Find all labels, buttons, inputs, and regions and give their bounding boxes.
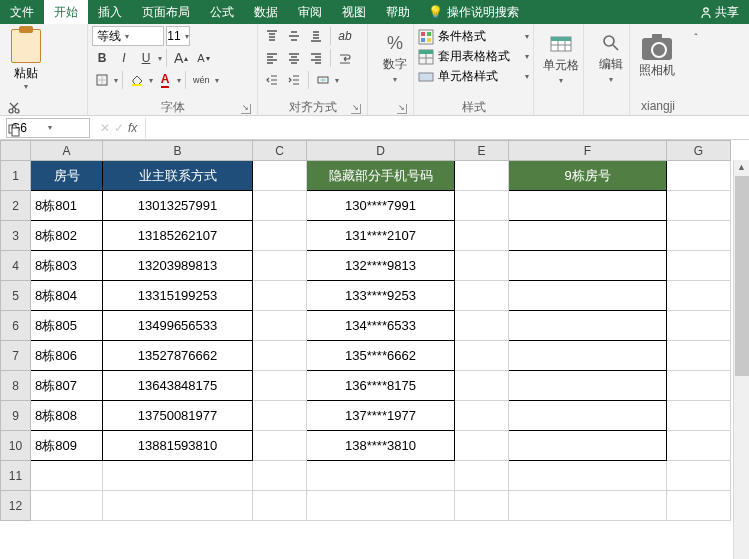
table-row[interactable]: 78栋80613527876662135****6662	[1, 341, 731, 371]
fx-button[interactable]: fx	[128, 121, 137, 135]
cancel-formula-button[interactable]: ✕	[100, 121, 110, 135]
table-row[interactable]: 108栋80913881593810138****3810	[1, 431, 731, 461]
col-header-e[interactable]: E	[455, 141, 509, 161]
row-header[interactable]: 7	[1, 341, 31, 371]
col-header-f[interactable]: F	[509, 141, 667, 161]
collapse-ribbon-button[interactable]: ˆ	[686, 28, 706, 48]
vertical-scrollbar[interactable]: ▲	[733, 160, 749, 559]
increase-indent-button[interactable]	[284, 70, 304, 90]
row-header[interactable]: 12	[1, 491, 31, 521]
tab-view[interactable]: 视图	[332, 0, 376, 24]
dialog-launcher-icon[interactable]: ↘	[351, 104, 361, 114]
svg-point-2	[15, 109, 19, 113]
align-left-button[interactable]	[262, 48, 282, 68]
row-header[interactable]: 5	[1, 281, 31, 311]
row-header[interactable]: 10	[1, 431, 31, 461]
table-row[interactable]: 11	[1, 461, 731, 491]
table-row[interactable]: 28栋80113013257991130****7991	[1, 191, 731, 221]
col-header-d[interactable]: D	[307, 141, 455, 161]
chevron-down-icon: ▾	[559, 76, 563, 85]
table-row[interactable]: 88栋80713643848175136****8175	[1, 371, 731, 401]
cells-button[interactable]: 单元格 ▾	[538, 26, 584, 90]
table-row[interactable]: 58栋80413315199253133****9253	[1, 281, 731, 311]
row-header[interactable]: 1	[1, 161, 31, 191]
decrease-font-button[interactable]: A▾	[193, 48, 213, 68]
clipboard-icon	[11, 29, 41, 63]
copy-button[interactable]	[4, 120, 24, 140]
align-bottom-button[interactable]	[306, 26, 326, 46]
font-size-dropdown[interactable]: 11▾	[166, 26, 190, 46]
col-header-c[interactable]: C	[253, 141, 307, 161]
row-header[interactable]: 4	[1, 251, 31, 281]
table-format-icon	[418, 49, 434, 65]
merge-icon	[316, 73, 330, 87]
cut-button[interactable]	[4, 98, 24, 118]
tab-help[interactable]: 帮助	[376, 0, 420, 24]
table-row[interactable]: 1 房号 业主联系方式 隐藏部分手机号码 9栋房号	[1, 161, 731, 191]
scroll-thumb[interactable]	[735, 176, 749, 376]
fill-color-button[interactable]	[127, 70, 147, 90]
tab-file[interactable]: 文件	[0, 0, 44, 24]
tab-review[interactable]: 审阅	[288, 0, 332, 24]
row-header[interactable]: 8	[1, 371, 31, 401]
align-bottom-icon	[309, 29, 323, 43]
table-row[interactable]: 12	[1, 491, 731, 521]
italic-button[interactable]: I	[114, 48, 134, 68]
number-format-button[interactable]: % 数字 ▾	[372, 26, 418, 90]
paste-button[interactable]: 粘贴 ▾	[4, 26, 48, 94]
tab-insert[interactable]: 插入	[88, 0, 132, 24]
table-format-button[interactable]: 套用表格格式▾	[418, 48, 529, 65]
row-header[interactable]: 11	[1, 461, 31, 491]
chevron-down-icon: ▾	[125, 32, 129, 41]
bold-button[interactable]: B	[92, 48, 112, 68]
pinyin-button[interactable]: wén	[190, 70, 213, 90]
align-right-button[interactable]	[306, 48, 326, 68]
grid-table[interactable]: A B C D E F G 1 房号 业主联系方式 隐藏部分手机号码 9栋房号 …	[0, 140, 731, 521]
increase-font-button[interactable]: A▴	[171, 48, 191, 68]
align-top-button[interactable]	[262, 26, 282, 46]
underline-button[interactable]: U	[136, 48, 156, 68]
camera-icon	[642, 38, 672, 60]
row-header[interactable]: 9	[1, 401, 31, 431]
tab-home[interactable]: 开始	[44, 0, 88, 24]
table-row[interactable]: 68栋80513499656533134****6533	[1, 311, 731, 341]
tab-data[interactable]: 数据	[244, 0, 288, 24]
dialog-launcher-icon[interactable]: ↘	[397, 104, 407, 114]
orientation-button[interactable]: ab	[335, 26, 355, 46]
table-row[interactable]: 98栋80813750081977137****1977	[1, 401, 731, 431]
row-header[interactable]: 3	[1, 221, 31, 251]
decrease-indent-button[interactable]	[262, 70, 282, 90]
font-color-button[interactable]: A	[155, 70, 175, 90]
dialog-launcher-icon[interactable]: ↘	[241, 104, 251, 114]
cell-styles-button[interactable]: 单元格样式▾	[418, 68, 529, 85]
svg-rect-8	[132, 84, 142, 86]
chevron-down-icon: ▾	[393, 75, 397, 84]
enter-formula-button[interactable]: ✓	[114, 121, 124, 135]
merge-button[interactable]	[313, 70, 333, 90]
formula-input[interactable]	[145, 118, 749, 138]
conditional-format-button[interactable]: 条件格式▾	[418, 28, 529, 45]
align-middle-button[interactable]	[284, 26, 304, 46]
row-header[interactable]: 6	[1, 311, 31, 341]
row-header[interactable]: 2	[1, 191, 31, 221]
col-header-a[interactable]: A	[31, 141, 103, 161]
font-name-dropdown[interactable]: 等线▾	[92, 26, 164, 46]
table-row[interactable]: 38栋80213185262107131****2107	[1, 221, 731, 251]
tab-formula[interactable]: 公式	[200, 0, 244, 24]
col-header-g[interactable]: G	[667, 141, 731, 161]
wrap-text-button[interactable]	[335, 48, 355, 68]
align-center-button[interactable]	[284, 48, 304, 68]
cells-icon	[549, 31, 573, 55]
ribbon-body: 粘贴 ▾ 剪贴板↘ 等线▾ 11▾ B I U▾ A▴ A▾	[0, 24, 749, 116]
table-row[interactable]: 48栋80313203989813132****9813	[1, 251, 731, 281]
border-button[interactable]	[92, 70, 112, 90]
col-header-b[interactable]: B	[103, 141, 253, 161]
scroll-up-icon[interactable]: ▲	[737, 162, 746, 172]
tell-me[interactable]: 💡操作说明搜索	[420, 4, 527, 21]
svg-rect-12	[427, 32, 431, 36]
select-all-corner[interactable]	[1, 141, 31, 161]
tab-layout[interactable]: 页面布局	[132, 0, 200, 24]
camera-button[interactable]: 照相机	[634, 26, 680, 90]
editing-button[interactable]: 编辑 ▾	[588, 26, 634, 90]
share-button[interactable]: 共享	[689, 4, 749, 21]
